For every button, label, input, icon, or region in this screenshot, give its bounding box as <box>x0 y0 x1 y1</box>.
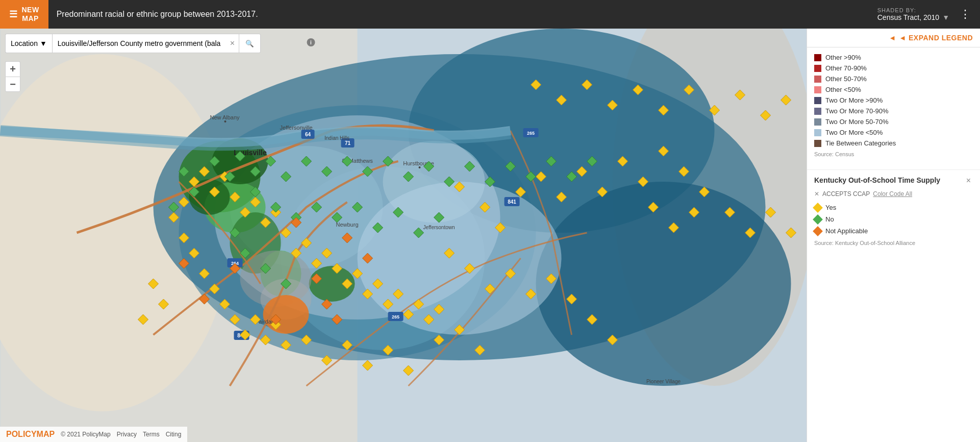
legend-color <box>814 129 821 136</box>
ost-title-row: Kentucky Out-of-School Time Supply × <box>814 176 973 185</box>
ccap-row: ✕ ACCEPTS CCAP Color Code All <box>814 190 973 198</box>
copyright: © 2021 PolicyMap <box>61 431 111 438</box>
ost-title: Kentucky Out-of-School Time Supply <box>814 176 964 184</box>
svg-point-7 <box>536 182 791 386</box>
terms-link[interactable]: Terms <box>143 431 160 438</box>
legend-items: Other >90% Other 70-90% Other 50-70% Oth… <box>814 54 973 147</box>
legend-item: Other 50-70% <box>814 75 973 83</box>
expand-legend-button[interactable]: ◄ ◄ EXPAND LEGEND <box>807 29 980 47</box>
search-input-wrapper: × <box>52 34 239 53</box>
svg-text:265: 265 <box>527 131 535 136</box>
ost-legend-item: Not Applicable <box>814 227 973 235</box>
legend-item: Other <50% <box>814 86 973 93</box>
ost-diamond-icon <box>813 214 823 225</box>
legend-color <box>814 118 821 126</box>
ost-legend-items: Yes No Not Applicable <box>814 204 973 235</box>
legend-color <box>814 86 821 93</box>
svg-text:Newburg: Newburg <box>336 222 358 228</box>
svg-text:64: 64 <box>305 132 311 137</box>
location-label: Location <box>11 39 38 47</box>
hamburger-icon: ☰ <box>9 9 18 20</box>
ost-legend-item: Yes <box>814 204 973 211</box>
svg-point-12 <box>358 182 562 335</box>
ost-legend-item: No <box>814 215 973 223</box>
ost-legend-label: No <box>825 215 834 223</box>
ccap-label: ACCEPTS CCAP <box>822 190 870 198</box>
ccap-x-icon: ✕ <box>814 190 819 198</box>
privacy-link[interactable]: Privacy <box>117 431 137 438</box>
legend-item-label: Two Or More 50-70% <box>825 118 889 126</box>
svg-text:Jeffersontown: Jeffersontown <box>423 225 455 230</box>
svg-point-43 <box>419 166 421 168</box>
map-area[interactable]: 64 71 265 841 841 265 264 Louisville New… <box>0 29 807 442</box>
search-icon: 🔍 <box>245 40 254 47</box>
legend-item-label: Other 70-90% <box>825 64 867 72</box>
location-dropdown[interactable]: Location ▼ <box>5 34 52 53</box>
shaded-by-label: SHADED BY: <box>877 7 916 13</box>
legend-item: Two Or More 70-90% <box>814 107 973 115</box>
legend-item-label: Two Or More >90% <box>825 96 883 104</box>
legend-color <box>814 76 821 83</box>
legend-color <box>814 65 821 72</box>
svg-text:New Albany: New Albany <box>210 114 240 120</box>
legend-item-label: Other >90% <box>825 54 861 61</box>
more-options-button[interactable]: ⋮ <box>960 8 972 21</box>
expand-legend-icon: ◄ <box>889 34 896 42</box>
new-map-button[interactable]: ☰ NEW MAP <box>0 0 48 29</box>
legend-section[interactable]: Other >90% Other 70-90% Other 50-70% Oth… <box>807 47 980 170</box>
shaded-by-section: SHADED BY: Census Tract, 2010 ▼ <box>877 7 949 21</box>
legend-source: Source: Census <box>814 151 973 157</box>
new-map-label: NEW MAP <box>22 6 39 23</box>
legend-item-label: Other <50% <box>825 86 861 93</box>
svg-text:841: 841 <box>508 199 516 205</box>
policymap-logo: POLICYMAP <box>6 430 55 439</box>
svg-text:Pioneer Village: Pioneer Village <box>646 379 681 384</box>
ost-source: Source: Kentucky Out-of-School Alliance <box>814 240 973 246</box>
zoom-out-button[interactable]: − <box>5 77 20 92</box>
shaded-by-dropdown-icon: ▼ <box>942 13 949 21</box>
legend-color <box>814 97 821 104</box>
search-button[interactable]: 🔍 <box>239 34 261 53</box>
shaded-by-text: Census Tract, 2010 <box>877 13 939 21</box>
legend-item: Tie Between Categories <box>814 139 973 147</box>
legend-item-label: Other 50-70% <box>825 75 867 83</box>
zoom-controls: + − <box>5 61 20 92</box>
header: ☰ NEW MAP Predominant racial or ethnic g… <box>0 0 980 29</box>
clear-button[interactable]: × <box>226 39 239 48</box>
svg-text:i: i <box>310 40 312 45</box>
svg-point-39 <box>224 120 227 122</box>
location-dropdown-arrow: ▼ <box>40 39 47 47</box>
logo-map: MAP <box>37 430 55 438</box>
legend-item-label: Two Or More 70-90% <box>825 107 889 115</box>
right-panel: ◄ ◄ EXPAND LEGEND Other >90% Other 70-90… <box>807 29 980 442</box>
legend-item-label: Two Or More <50% <box>825 129 883 136</box>
ost-legend-label: Yes <box>825 204 836 211</box>
ost-panel: Kentucky Out-of-School Time Supply × ✕ A… <box>807 170 980 252</box>
legend-color <box>814 140 821 147</box>
ost-close-button[interactable]: × <box>964 176 973 185</box>
legend-item: Two Or More <50% <box>814 129 973 136</box>
header-title: Predominant racial or ethnic group betwe… <box>57 10 877 19</box>
shaded-by-value[interactable]: Census Tract, 2010 ▼ <box>877 13 949 21</box>
logo-policy: POLICY <box>6 430 37 438</box>
svg-text:Jeffersonville: Jeffersonville <box>280 125 313 131</box>
zoom-in-button[interactable]: + <box>5 61 20 77</box>
ost-legend-label: Not Applicable <box>825 227 868 235</box>
footer: POLICYMAP © 2021 PolicyMap Privacy Terms… <box>0 427 187 442</box>
legend-item: Two Or More >90% <box>814 96 973 104</box>
legend-item: Other >90% <box>814 54 973 61</box>
ost-diamond-icon <box>813 226 823 236</box>
svg-text:265: 265 <box>392 314 399 320</box>
ost-diamond-icon <box>813 203 823 213</box>
legend-item: Two Or More 50-70% <box>814 118 973 126</box>
search-bar: Location ▼ × 🔍 <box>5 34 261 53</box>
svg-text:71: 71 <box>345 140 351 146</box>
expand-legend-label: ◄ EXPAND LEGEND <box>899 34 973 42</box>
legend-item-label: Tie Between Categories <box>825 139 896 147</box>
search-input[interactable] <box>53 34 226 53</box>
legend-color <box>814 108 821 115</box>
legend-color <box>814 54 821 61</box>
citing-link[interactable]: Citing <box>166 431 182 438</box>
color-code-button[interactable]: Color Code All <box>873 190 912 198</box>
svg-text:Indian Hills: Indian Hills <box>324 135 349 141</box>
